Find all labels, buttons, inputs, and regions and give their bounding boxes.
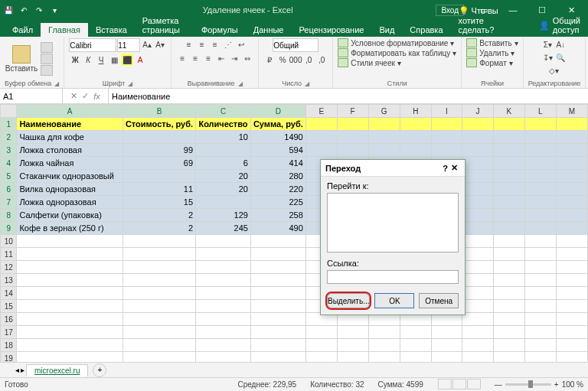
- cell[interactable]: [250, 274, 305, 287]
- row-header[interactable]: 11: [1, 248, 17, 261]
- cell[interactable]: [462, 144, 494, 157]
- font-color-icon[interactable]: A: [134, 54, 146, 66]
- cell[interactable]: [493, 183, 524, 196]
- cell[interactable]: [524, 170, 556, 183]
- cell[interactable]: [556, 248, 587, 261]
- cell[interactable]: [368, 144, 400, 157]
- italic-icon[interactable]: К: [82, 54, 94, 66]
- cell[interactable]: [305, 118, 337, 131]
- cell[interactable]: 1490: [250, 131, 305, 144]
- cell[interactable]: [493, 339, 524, 352]
- cell[interactable]: [556, 209, 587, 222]
- redo-icon[interactable]: ↷: [34, 5, 44, 15]
- column-header[interactable]: K: [493, 105, 524, 118]
- cell[interactable]: [196, 326, 251, 339]
- cell[interactable]: [556, 118, 587, 131]
- view-buttons[interactable]: [437, 379, 481, 391]
- cell[interactable]: [556, 144, 587, 157]
- cell[interactable]: [368, 118, 400, 131]
- sheet-tab[interactable]: microexcel.ru: [26, 364, 88, 376]
- cell[interactable]: [196, 274, 251, 287]
- cell[interactable]: [368, 131, 400, 144]
- row-header[interactable]: 12: [1, 261, 17, 274]
- cell[interactable]: [196, 196, 251, 209]
- cell[interactable]: [196, 313, 251, 326]
- orientation-icon[interactable]: ⋰: [222, 38, 234, 51]
- comma-icon[interactable]: 000: [289, 54, 302, 66]
- undo-icon[interactable]: ↶: [18, 5, 29, 15]
- cancel-button[interactable]: Отмена: [419, 293, 459, 308]
- zoom-control[interactable]: — + 100 %: [495, 380, 583, 389]
- goto-list[interactable]: [327, 193, 459, 253]
- cell[interactable]: [462, 326, 494, 339]
- cell[interactable]: [524, 183, 556, 196]
- new-sheet-button[interactable]: +: [93, 363, 106, 377]
- cell[interactable]: [524, 274, 556, 287]
- tab-home[interactable]: Главная: [41, 23, 88, 37]
- cell[interactable]: 225: [250, 196, 305, 209]
- cell[interactable]: [337, 131, 368, 144]
- merge-icon[interactable]: ⇔: [241, 52, 253, 64]
- cell[interactable]: [462, 235, 494, 248]
- number-format-select[interactable]: [273, 38, 318, 52]
- cell[interactable]: [17, 326, 123, 339]
- cell[interactable]: [431, 118, 462, 131]
- copy-icon[interactable]: [41, 54, 53, 64]
- bold-icon[interactable]: Ж: [69, 54, 81, 66]
- cell[interactable]: [556, 326, 587, 339]
- cell[interactable]: 280: [250, 170, 305, 183]
- row-header[interactable]: 3: [1, 144, 17, 157]
- tab-layout[interactable]: Разметка страницы: [135, 14, 194, 37]
- cell[interactable]: 15: [122, 196, 195, 209]
- cell[interactable]: [493, 196, 524, 209]
- cell[interactable]: [368, 326, 400, 339]
- row-header[interactable]: 5: [1, 170, 17, 183]
- select-all-corner[interactable]: [1, 105, 17, 118]
- tab-review[interactable]: Рецензирование: [292, 23, 372, 37]
- cell[interactable]: [196, 287, 251, 300]
- row-header[interactable]: 15: [1, 300, 17, 313]
- dialog-close-icon[interactable]: ✕: [448, 163, 460, 173]
- cell[interactable]: [337, 339, 368, 352]
- align-left-icon[interactable]: ≡: [176, 52, 188, 64]
- align-bottom-icon[interactable]: ≡: [209, 38, 221, 51]
- cell[interactable]: [462, 170, 494, 183]
- cell[interactable]: [524, 196, 556, 209]
- cell[interactable]: [17, 300, 123, 313]
- fx-icon[interactable]: fx: [93, 92, 100, 101]
- reference-input[interactable]: [327, 270, 459, 284]
- cell[interactable]: [556, 222, 587, 235]
- cell[interactable]: [524, 157, 556, 170]
- number-launcher-icon[interactable]: ◢: [305, 80, 309, 87]
- font-launcher-icon[interactable]: ◢: [128, 80, 132, 87]
- cell[interactable]: [462, 300, 494, 313]
- cell[interactable]: [493, 274, 524, 287]
- qat-more-icon[interactable]: ▾: [49, 5, 60, 15]
- cell[interactable]: [493, 170, 524, 183]
- cell[interactable]: Ложка столовая: [17, 144, 123, 157]
- cell[interactable]: [524, 131, 556, 144]
- align-top-icon[interactable]: ≡: [183, 38, 195, 51]
- sheet-nav-next-icon[interactable]: ▸: [21, 366, 24, 374]
- cell[interactable]: [524, 261, 556, 274]
- cell[interactable]: [462, 157, 494, 170]
- cell[interactable]: [250, 248, 305, 261]
- cell[interactable]: [462, 261, 494, 274]
- tab-insert[interactable]: Вставка: [88, 23, 135, 37]
- tab-help[interactable]: Справка: [402, 23, 450, 37]
- cell[interactable]: [556, 170, 587, 183]
- cell[interactable]: [462, 131, 494, 144]
- ok-button[interactable]: OK: [374, 293, 414, 308]
- cell[interactable]: [17, 261, 123, 274]
- cell[interactable]: 20: [196, 183, 251, 196]
- cell[interactable]: [556, 300, 587, 313]
- cell[interactable]: [196, 144, 251, 157]
- column-header[interactable]: F: [337, 105, 368, 118]
- cell[interactable]: [368, 339, 400, 352]
- cell[interactable]: [556, 157, 587, 170]
- fill-color-icon[interactable]: ⬛: [121, 54, 133, 66]
- cell[interactable]: [122, 131, 195, 144]
- paste-button[interactable]: Вставить: [5, 45, 38, 73]
- cell[interactable]: [337, 118, 368, 131]
- cell[interactable]: [556, 196, 587, 209]
